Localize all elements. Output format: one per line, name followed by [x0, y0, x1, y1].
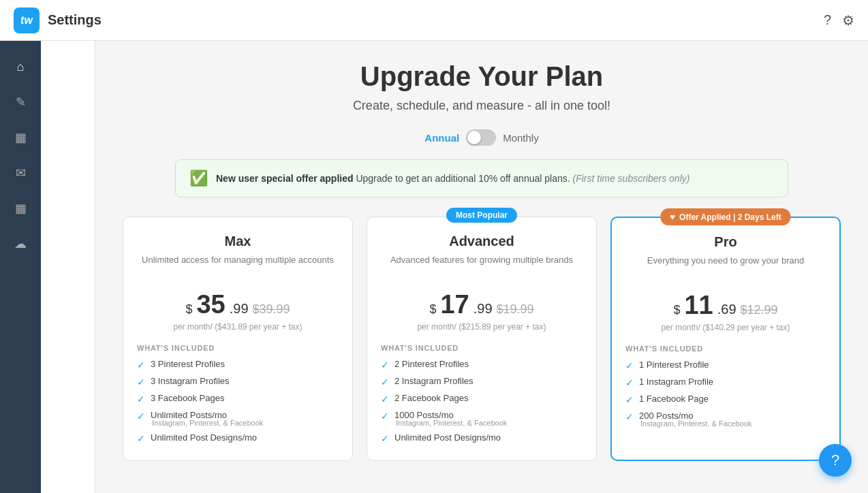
check-icon: ✓ — [137, 411, 145, 422]
offer-check-icon: ✅ — [189, 170, 208, 187]
help-icon[interactable]: ? — [824, 12, 831, 29]
feature-item: ✓ 1 Facebook Page — [625, 394, 826, 405]
price-dollar-pro: $ — [673, 303, 680, 317]
feature-text: 1 Pinterest Profile — [639, 360, 709, 370]
feature-item: ✓ 2 Facebook Pages — [381, 393, 583, 404]
feature-list-pro: ✓ 1 Pinterest Profile ✓ 1 Instagram Prof… — [625, 360, 826, 428]
settings-icon[interactable]: ⚙ — [842, 12, 854, 29]
feature-list-max: ✓ 3 Pinterest Profiles ✓ 3 Instagram Pro… — [137, 359, 339, 444]
sidebar-item-calendar[interactable]: ▦ — [5, 193, 35, 223]
billing-toggle-switch[interactable] — [466, 129, 496, 146]
price-main-advanced: 17 — [440, 290, 469, 319]
offer-banner: ✅ New user special offer applied Upgrade… — [175, 159, 788, 197]
sidebar-item-edit[interactable]: ✎ — [5, 87, 35, 117]
feature-item: ✓ 2 Instagram Profiles — [381, 376, 583, 387]
feature-text: 3 Facebook Pages — [151, 393, 224, 403]
sidebar-item-inbox[interactable]: ✉ — [5, 158, 35, 188]
plan-desc-pro: Everything you need to grow your brand — [625, 255, 826, 280]
price-original-pro: $12.99 — [741, 303, 778, 317]
check-icon: ✓ — [625, 411, 634, 422]
sidebar-item-cloud[interactable]: ☁ — [5, 229, 35, 259]
help-fab-button[interactable]: ? — [819, 444, 852, 477]
feature-item: ✓ 3 Facebook Pages — [137, 393, 339, 404]
offer-badge-text: Offer Applied | 2 Days Left — [679, 212, 781, 222]
feature-group: ✓ 1000 Posts/mo Instagram, Pinterest, & … — [381, 410, 583, 427]
plan-card-advanced: Most Popular Advanced Advanced features … — [367, 217, 597, 461]
check-icon: ✓ — [137, 360, 145, 370]
plan-price-advanced: $ 17 .99 $19.99 — [381, 290, 583, 319]
feature-item: ✓ 2 Pinterest Profiles — [381, 359, 583, 370]
plan-card-max: Max Unlimited access for managing multip… — [123, 217, 353, 461]
plan-period-advanced: per month/ ($215.89 per year + tax) — [381, 322, 583, 332]
app-container: tw Settings ? ⚙ ⌂ ✎ ▦ ✉ ▦ ☁ Upgrade Your… — [0, 0, 868, 493]
price-main-max: 35 — [196, 290, 225, 319]
check-icon: ✓ — [381, 411, 389, 422]
upgrade-subtitle: Create, schedule, and measure - all in o… — [123, 99, 841, 113]
feature-group: ✓ 200 Posts/mo Instagram, Pinterest, & F… — [625, 411, 826, 428]
secondary-sidebar — [41, 41, 95, 493]
plan-desc-advanced: Advanced features for growing multiple b… — [381, 255, 583, 279]
header: tw Settings ? ⚙ — [0, 0, 868, 41]
feature-text: 3 Pinterest Profiles — [151, 359, 225, 369]
price-cents-pro: .69 — [717, 302, 737, 317]
section-label-advanced: WHAT'S INCLUDED — [381, 344, 583, 352]
price-dollar-max: $ — [185, 302, 192, 317]
feature-item: ✓ 3 Instagram Profiles — [137, 376, 339, 387]
header-icons: ? ⚙ — [824, 12, 854, 29]
feature-group: ✓ Unlimited Posts/mo Instagram, Pinteres… — [137, 410, 339, 427]
plan-name-advanced: Advanced — [381, 234, 583, 249]
section-label-pro: WHAT'S INCLUDED — [625, 345, 826, 353]
header-left: tw Settings — [14, 7, 102, 33]
check-icon: ✓ — [137, 394, 145, 404]
feature-text: 2 Facebook Pages — [394, 393, 468, 403]
check-icon: ✓ — [381, 433, 389, 444]
price-dollar-advanced: $ — [429, 302, 436, 317]
plan-name-pro: Pro — [625, 234, 826, 250]
feature-text: 2 Pinterest Profiles — [394, 359, 469, 369]
upgrade-title: Upgrade Your Plan — [123, 61, 841, 92]
annual-label: Annual — [424, 132, 459, 144]
feature-text: 1 Facebook Page — [639, 394, 709, 404]
price-cents-max: .99 — [230, 301, 249, 317]
feature-text: 3 Instagram Profiles — [151, 376, 230, 386]
plan-desc-max: Unlimited access for managing multiple a… — [137, 255, 339, 279]
section-label-max: WHAT'S INCLUDED — [137, 344, 339, 352]
feature-text: Unlimited Post Designs/mo — [151, 432, 257, 443]
monthly-label: Monthly — [503, 132, 539, 144]
plan-period-pro: per month/ ($140.29 per year + tax) — [625, 323, 826, 332]
heart-icon: ♥ — [670, 212, 675, 222]
feature-list-advanced: ✓ 2 Pinterest Profiles ✓ 2 Instagram Pro… — [381, 359, 583, 444]
plans-grid: Max Unlimited access for managing multip… — [123, 217, 841, 461]
feature-sub-text: Instagram, Pinterest, & Facebook — [396, 419, 583, 427]
price-cents-advanced: .99 — [474, 301, 493, 317]
plan-price-max: $ 35 .99 $39.99 — [137, 290, 339, 319]
feature-item: ✓ 1 Pinterest Profile — [625, 360, 826, 371]
check-icon: ✓ — [381, 394, 389, 404]
check-icon: ✓ — [625, 360, 634, 371]
badge-offer: ♥ Offer Applied | 2 Days Left — [660, 208, 790, 225]
plan-price-pro: $ 11 .69 $12.99 — [625, 291, 826, 320]
badge-most-popular: Most Popular — [446, 208, 517, 223]
help-fab-icon: ? — [831, 451, 839, 469]
plan-card-pro: ♥ Offer Applied | 2 Days Left Pro Everyt… — [610, 217, 841, 461]
price-original-advanced: $19.99 — [497, 302, 534, 317]
app-logo: tw — [14, 7, 40, 33]
check-icon: ✓ — [625, 377, 634, 388]
feature-text: 1 Instagram Profile — [639, 377, 713, 387]
sidebar-item-home[interactable]: ⌂ — [5, 52, 35, 82]
offer-text: New user special offer applied Upgrade t… — [216, 173, 689, 184]
feature-item: ✓ 3 Pinterest Profiles — [137, 359, 339, 370]
billing-toggle: Annual Monthly — [123, 129, 841, 146]
check-icon: ✓ — [625, 394, 634, 405]
check-icon: ✓ — [381, 360, 389, 370]
price-main-pro: 11 — [684, 291, 713, 320]
check-icon: ✓ — [381, 377, 389, 387]
offer-italic-text: (First time subscribers only) — [573, 173, 690, 184]
sidebar-item-analytics[interactable]: ▦ — [5, 123, 35, 153]
feature-sub-text: Instagram, Pinterest, & Facebook — [640, 419, 826, 428]
feature-text: 2 Instagram Profiles — [394, 376, 474, 386]
main-layout: ⌂ ✎ ▦ ✉ ▦ ☁ Upgrade Your Plan Create, sc… — [0, 41, 868, 493]
check-icon: ✓ — [137, 433, 145, 444]
toggle-knob — [467, 131, 481, 144]
price-original-max: $39.99 — [253, 302, 290, 317]
